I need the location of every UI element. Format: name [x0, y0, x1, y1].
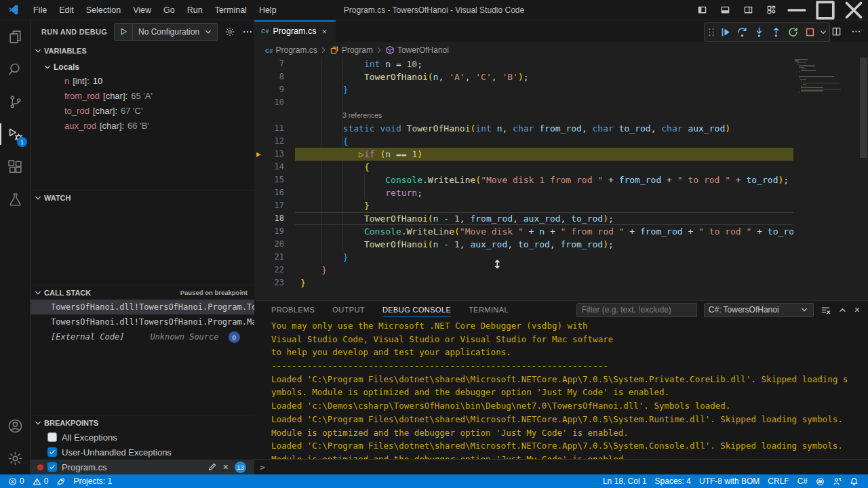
stop-icon[interactable] — [802, 24, 818, 41]
code-line-11[interactable]: 11 static void TowerOfHanoi(int n, char … — [254, 122, 793, 135]
breakpoint-checkbox[interactable] — [47, 447, 57, 457]
activity-explorer[interactable] — [0, 20, 30, 53]
activity-extensions[interactable] — [0, 150, 30, 183]
status-notifications[interactable] — [846, 477, 863, 486]
step-out-icon[interactable] — [768, 24, 785, 41]
code-line-12[interactable]: 12 { — [254, 135, 793, 148]
drag-grip-icon[interactable] — [706, 24, 717, 41]
code-line-20[interactable]: 20 TowerOfHanoi(n - 1, aux_rod, to_rod, … — [254, 238, 793, 251]
gutter[interactable] — [256, 70, 267, 83]
gutter[interactable] — [256, 199, 267, 212]
breadcrumb-item-towerofhanoi[interactable]: TowerOfHanoi — [385, 45, 449, 55]
menu-help[interactable]: Help — [253, 0, 283, 20]
toggle-secondary-sidebar-icon[interactable] — [736, 0, 760, 20]
maximize-button[interactable] — [811, 0, 840, 20]
menu-go[interactable]: Go — [157, 0, 181, 20]
editor-scrollbar[interactable] — [859, 58, 868, 300]
status-indentation[interactable]: Spaces: 4 — [651, 476, 695, 486]
tab-program-cs[interactable]: C# Program.cs × — [254, 20, 336, 42]
activity-accounts[interactable] — [0, 409, 30, 442]
restart-icon[interactable] — [785, 24, 802, 41]
toggle-panel-icon[interactable] — [713, 0, 736, 20]
gutter[interactable]: ▶ — [256, 148, 267, 161]
gutter[interactable] — [256, 174, 267, 186]
gutter[interactable] — [256, 58, 267, 70]
variables-section-header[interactable]: VARIABLES — [31, 43, 254, 58]
variable-row[interactable]: aux_rod[char]:66 'B' — [31, 118, 254, 133]
menu-selection[interactable]: Selection — [80, 0, 127, 20]
launch-configuration-dropdown[interactable]: No Configuration — [114, 23, 218, 41]
scrollbar-thumb[interactable] — [860, 58, 867, 158]
editor-more-actions-icon[interactable] — [851, 26, 861, 37]
continue-icon[interactable] — [717, 24, 734, 41]
code-line-15[interactable]: 15 Console.WriteLine("Move disk 1 from r… — [254, 174, 793, 186]
activity-search[interactable] — [0, 53, 30, 85]
variable-row[interactable]: from_rod[char]:65 'A' — [31, 88, 254, 103]
close-tab-icon[interactable]: × — [321, 26, 327, 37]
debug-session-select[interactable]: C#: TowersOfHanoi — [704, 303, 814, 317]
maximize-panel-icon[interactable] — [837, 305, 848, 315]
code-line-18[interactable]: 18 TowerOfHanoi(n - 1, from_rod, aux_rod… — [254, 212, 793, 225]
views-more-actions-icon[interactable] — [242, 26, 253, 37]
breakpoint-row[interactable]: User-Unhandled Exceptions — [31, 445, 254, 460]
edit-breakpoint-icon[interactable] — [208, 462, 217, 472]
toggle-sidebar-icon[interactable] — [690, 0, 713, 20]
customize-layout-icon[interactable] — [760, 0, 783, 20]
step-into-icon[interactable] — [751, 24, 768, 41]
menu-terminal[interactable]: Terminal — [209, 0, 253, 20]
code-editor[interactable]: 7 int n = 10;8 TowerOfHanoi(n, 'A', 'C',… — [254, 58, 793, 300]
status-csharp-devkit[interactable] — [52, 477, 69, 486]
gutter[interactable] — [256, 264, 267, 277]
status-csharp-project-status[interactable] — [812, 477, 829, 486]
code-line-19[interactable]: 19 Console.WriteLine("Move disk " + n + … — [254, 225, 793, 238]
codelens-row[interactable]: 3 references — [254, 109, 793, 122]
console-filter-input[interactable] — [576, 303, 697, 317]
gutter[interactable] — [256, 135, 267, 148]
code-line-23[interactable]: 23} — [254, 277, 793, 289]
activity-testing[interactable] — [0, 183, 30, 216]
code-line-7[interactable]: 7 int n = 10; — [254, 58, 793, 70]
variable-row[interactable]: n[int]:10 — [31, 73, 254, 88]
debug-console-input[interactable]: > — [254, 459, 868, 474]
debug-console-output[interactable]: You may only use the Microsoft .NET Core… — [271, 319, 865, 459]
breakpoint-row[interactable]: Program.cs×13 — [31, 460, 254, 474]
gutter[interactable] — [256, 277, 267, 289]
watch-section-header[interactable]: WATCH — [31, 190, 254, 205]
breakpoint-row[interactable]: All Exceptions — [31, 430, 254, 445]
panel-tab-terminal[interactable]: TERMINAL — [469, 301, 509, 319]
variable-row[interactable]: to_rod[char]:67 'C' — [31, 103, 254, 118]
breadcrumb-item-program[interactable]: Program — [330, 45, 373, 55]
breadcrumb-item-program-cs[interactable]: C#Program.cs — [265, 45, 317, 55]
code-line-21[interactable]: 21 } — [254, 251, 793, 264]
codelens-references[interactable]: 3 references — [342, 109, 382, 122]
code-line-16[interactable]: 16 return; — [254, 186, 793, 199]
code-line-17[interactable]: 17 } — [254, 199, 793, 212]
panel-tab-debug-console[interactable]: DEBUG CONSOLE — [382, 301, 451, 319]
activity-run-and-debug[interactable]: 1 — [0, 118, 30, 150]
gutter[interactable] — [256, 251, 267, 264]
breakpoint-checkbox[interactable] — [47, 462, 57, 472]
code-line-14[interactable]: 14 { — [254, 161, 793, 174]
close-panel-icon[interactable]: × — [854, 304, 860, 315]
scope-locals[interactable]: Locals — [31, 60, 254, 75]
code-line-9[interactable]: 9 } — [254, 83, 793, 96]
menu-run[interactable]: Run — [181, 0, 209, 20]
status-encoding[interactable]: UTF-8 with BOM — [695, 476, 764, 486]
gutter[interactable] — [256, 225, 267, 238]
panel-tab-problems[interactable]: PROBLEMS — [271, 301, 315, 319]
split-editor-icon[interactable] — [831, 26, 842, 37]
panel-tab-output[interactable]: OUTPUT — [332, 301, 365, 319]
status-language-mode[interactable]: C# — [793, 476, 812, 486]
menu-view[interactable]: View — [127, 0, 157, 20]
start-debugging-icon[interactable] — [115, 24, 133, 40]
gutter[interactable] — [256, 186, 267, 199]
gutter[interactable] — [256, 96, 267, 109]
status-projects[interactable]: Projects: 1 — [69, 476, 116, 486]
remove-breakpoint-icon[interactable]: × — [223, 462, 229, 472]
code-line-10[interactable]: 10 — [254, 96, 793, 109]
call-stack-frame[interactable]: TowersOfHanoi.dll!TowersOfHanoi.Program.… — [31, 314, 254, 329]
step-over-icon[interactable] — [734, 24, 751, 41]
call-stack-section-header[interactable]: CALL STACK Paused on breakpoint — [31, 285, 254, 300]
gutter[interactable] — [256, 83, 267, 96]
stop-dropdown-icon[interactable] — [818, 24, 828, 41]
